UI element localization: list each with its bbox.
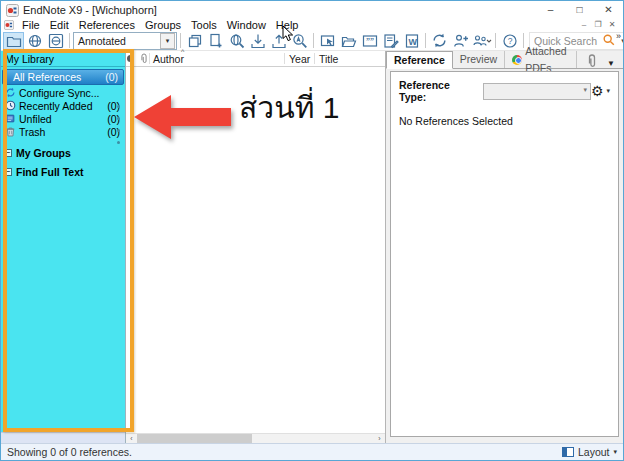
column-header-author[interactable]: Author	[153, 53, 184, 65]
toolbar-separator	[495, 33, 496, 48]
child-minimize-button[interactable]: –	[577, 19, 591, 31]
toolbar-separator	[523, 33, 524, 48]
sidebar-item-label: Recently Added	[19, 100, 93, 112]
reference-list-panel: ^ Author Year Title ‹ ›	[126, 51, 386, 443]
tab-attached-pdfs[interactable]: Attached PDFs	[505, 51, 577, 68]
tab-reference[interactable]: Reference	[386, 51, 453, 69]
options-gear-button[interactable]: ⚙ ▾	[591, 84, 610, 98]
go-to-word-icon[interactable]: W	[401, 32, 422, 50]
sidebar-item-all-references[interactable]: All References (0)	[2, 69, 124, 85]
scroll-left-icon[interactable]: ‹	[126, 434, 137, 443]
reference-type-label: Reference Type:	[399, 79, 477, 103]
sidebar-group-label: My Groups	[16, 147, 71, 159]
menu-edit[interactable]: Edit	[45, 19, 74, 31]
copy-to-local-library-icon[interactable]	[184, 32, 205, 50]
output-style-dropdown[interactable]: Annotated ▾	[73, 32, 177, 50]
integrated-library-mode-icon[interactable]	[45, 32, 66, 50]
tab-preview[interactable]: Preview	[453, 51, 505, 68]
child-restore-button[interactable]: ❐	[591, 19, 605, 31]
sidebar-item-unfiled[interactable]: Unfiled (0)	[1, 112, 125, 125]
column-header-title[interactable]: Title	[319, 53, 338, 65]
endnote-app-icon	[6, 4, 19, 17]
layout-icon	[562, 447, 574, 457]
sidebar-bottom-strip	[1, 432, 125, 443]
scroll-right-icon[interactable]: ›	[374, 434, 385, 443]
paperclip-column-icon[interactable]	[139, 53, 149, 67]
export-icon[interactable]	[268, 32, 289, 50]
unfiled-card-icon	[5, 113, 17, 124]
sidebar-item-configure-sync[interactable]: Configure Sync...	[1, 86, 125, 99]
new-reference-icon[interactable]	[205, 32, 226, 50]
clock-icon	[5, 100, 17, 111]
sidebar-item-trash[interactable]: Trash (0)	[1, 125, 125, 138]
maximize-button[interactable]: □	[565, 1, 594, 19]
menu-help[interactable]: Help	[271, 19, 304, 31]
menu-groups[interactable]: Groups	[140, 19, 186, 31]
output-style-caret-icon[interactable]: ▾	[160, 33, 175, 49]
menu-bar: File Edit References Groups Tools Window…	[1, 19, 623, 31]
format-bibliography-icon[interactable]	[380, 32, 401, 50]
open-link-icon[interactable]	[317, 32, 338, 50]
menu-references[interactable]: References	[74, 19, 140, 31]
groups-sidebar: My Library All References (0) Configure …	[1, 51, 126, 443]
reference-edit-area: Reference Type: ⚙ ▾ No References Select…	[390, 71, 619, 437]
gear-icon: ⚙	[591, 84, 604, 98]
toolbar-separator	[313, 33, 314, 48]
menu-file[interactable]: File	[17, 19, 45, 31]
sync-arrows-icon	[5, 87, 17, 98]
endnote-window: EndNote X9 - [Wichuphorn] – □ ✕ File Edi…	[0, 0, 624, 461]
reference-count: (0)	[105, 71, 123, 83]
horizontal-scrollbar[interactable]: ‹ ›	[126, 433, 385, 443]
group-sharing-icon[interactable]	[471, 32, 492, 50]
splitter-grip[interactable]	[117, 96, 121, 153]
window-title: EndNote X9 - [Wichuphorn]	[23, 4, 157, 16]
chrome-icon	[512, 55, 522, 65]
endnote-child-icon	[4, 20, 14, 30]
collapse-toggle-icon[interactable]: −	[4, 168, 12, 176]
toolbar-overflow-icon[interactable]: »	[616, 31, 621, 41]
insert-citation-icon[interactable]: ” ”	[359, 32, 380, 50]
svg-text:”: ”	[370, 36, 374, 45]
child-close-button[interactable]: ✕	[605, 19, 619, 31]
sidebar-item-label: Unfiled	[19, 113, 52, 125]
sidebar-item-label: Configure Sync...	[19, 87, 100, 99]
menu-tools[interactable]: Tools	[186, 19, 222, 31]
toolbar-separator	[425, 33, 426, 48]
scrollbar-thumb[interactable]	[137, 434, 252, 443]
close-button[interactable]: ✕	[594, 1, 623, 19]
import-icon[interactable]	[247, 32, 268, 50]
main-area: My Library All References (0) Configure …	[1, 51, 623, 443]
trash-icon	[5, 126, 17, 137]
sidebar-group-my-groups[interactable]: − My Groups	[1, 147, 125, 159]
quick-search-icon[interactable]	[602, 33, 616, 49]
online-search-mode-icon[interactable]	[24, 32, 45, 50]
record-status-icon	[127, 55, 134, 62]
no-references-message: No References Selected	[399, 115, 610, 127]
sidebar-group-find-full-text[interactable]: − Find Full Text	[1, 166, 125, 178]
list-header-row: ^ Author Year Title	[126, 51, 385, 67]
help-icon[interactable]: ?	[499, 32, 520, 50]
status-text: Showing 0 of 0 references.	[7, 446, 132, 458]
column-header-year[interactable]: Year	[289, 53, 310, 65]
online-search-icon[interactable]	[226, 32, 247, 50]
sync-icon[interactable]	[429, 32, 450, 50]
open-file-icon[interactable]	[338, 32, 359, 50]
minimize-button[interactable]: –	[536, 1, 565, 19]
output-style-value: Annotated	[74, 35, 160, 47]
sidebar-item-label: Trash	[19, 126, 45, 138]
svg-text:?: ?	[507, 36, 512, 46]
reference-type-dropdown[interactable]	[483, 83, 591, 100]
status-bar: Showing 0 of 0 references. Layout ▾	[1, 443, 623, 460]
layout-button[interactable]: Layout ▾	[562, 446, 617, 458]
collapse-toggle-icon[interactable]: −	[4, 149, 12, 157]
find-full-text-icon[interactable]	[289, 32, 310, 50]
sidebar-item-recently-added[interactable]: Recently Added (0)	[1, 99, 125, 112]
menu-window[interactable]: Window	[222, 19, 271, 31]
detail-tab-bar: Reference Preview Attached PDFs ▼	[386, 51, 623, 69]
layout-caret-icon: ▾	[613, 448, 617, 456]
panel-menu-caret-icon[interactable]: ▼	[607, 57, 623, 68]
share-library-icon[interactable]	[450, 32, 471, 50]
attach-file-icon[interactable]	[577, 54, 607, 68]
local-library-mode-icon[interactable]	[3, 32, 24, 50]
scrollbar-track[interactable]	[252, 434, 374, 443]
